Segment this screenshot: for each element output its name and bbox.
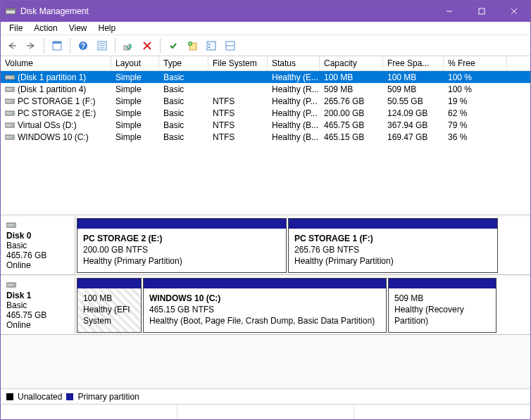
volume-free: 124.09 GB bbox=[383, 108, 444, 118]
volume-pct: 36 % bbox=[444, 132, 507, 142]
volume-type: Basic bbox=[159, 132, 208, 142]
minimize-button[interactable] bbox=[433, 1, 466, 22]
volume-pct: 79 % bbox=[444, 120, 507, 130]
disk-partitions: PC STORAGE 2 (E:)200.00 GB NTFSHealthy (… bbox=[75, 217, 530, 274]
col-pctfree[interactable]: % Free bbox=[444, 56, 507, 70]
volume-row[interactable]: (Disk 1 partition 1)SimpleBasicHealthy (… bbox=[1, 71, 530, 83]
disk-label[interactable]: Disk 0Basic465.76 GBOnline bbox=[1, 217, 75, 274]
forward-button[interactable] bbox=[23, 37, 39, 54]
disk-label[interactable]: Disk 1Basic465.75 GBOnline bbox=[1, 276, 75, 334]
partition-colorbar bbox=[289, 219, 497, 229]
volume-pct: 62 % bbox=[444, 108, 507, 118]
volume-capacity: 265.76 GB bbox=[320, 96, 383, 106]
partition-size: 265.76 GB NTFS bbox=[294, 245, 359, 255]
svg-point-37 bbox=[12, 125, 13, 126]
delete-button[interactable] bbox=[139, 37, 156, 54]
partition[interactable]: 100 MBHealthy (EFI System bbox=[77, 278, 142, 333]
graphical-view[interactable]: Disk 0Basic465.76 GBOnlinePC STORAGE 2 (… bbox=[1, 215, 530, 388]
statusbar bbox=[1, 404, 530, 419]
volume-type: Basic bbox=[159, 96, 208, 106]
partition-title: WINDOWS 10 (C:) bbox=[149, 293, 220, 303]
partition[interactable]: PC STORAGE 1 (F:)265.76 GB NTFSHealthy (… bbox=[288, 218, 498, 273]
help-button[interactable]: ? bbox=[75, 37, 92, 54]
svg-rect-25 bbox=[208, 46, 210, 48]
svg-point-39 bbox=[12, 136, 13, 138]
partition-colorbar bbox=[144, 279, 386, 288]
volume-row[interactable]: PC STORAGE 1 (F:)SimpleBasicNTFSHealthy … bbox=[1, 95, 530, 107]
volume-row[interactable]: Virtual OSs (D:)SimpleBasicNTFSHealthy (… bbox=[1, 119, 530, 131]
volume-capacity: 200.00 GB bbox=[320, 108, 383, 118]
menu-file[interactable]: File bbox=[4, 23, 28, 34]
legend-swatch-primary bbox=[66, 393, 73, 400]
volume-free: 50.55 GB bbox=[383, 96, 444, 106]
volume-row[interactable]: PC STORAGE 2 (E:)SimpleBasicNTFSHealthy … bbox=[1, 107, 530, 119]
volume-fs: NTFS bbox=[208, 120, 268, 130]
svg-point-43 bbox=[13, 284, 15, 286]
col-status[interactable]: Status bbox=[268, 56, 320, 70]
titlebar[interactable]: Disk Management bbox=[1, 1, 530, 22]
partition-title: PC STORAGE 2 (E:) bbox=[83, 234, 162, 243]
volume-pct: 19 % bbox=[444, 96, 507, 106]
volume-free: 367.94 GB bbox=[383, 120, 444, 130]
svg-point-41 bbox=[13, 224, 15, 226]
disk-size: 465.76 GB bbox=[6, 250, 46, 260]
menu-view[interactable]: View bbox=[63, 23, 93, 34]
col-filesystem[interactable]: File System bbox=[208, 56, 268, 70]
partition-colorbar bbox=[77, 279, 141, 288]
svg-point-35 bbox=[12, 113, 13, 114]
disk-row: Disk 0Basic465.76 GBOnlinePC STORAGE 2 (… bbox=[1, 217, 530, 275]
col-layout[interactable]: Layout bbox=[111, 56, 159, 70]
svg-point-33 bbox=[12, 101, 13, 102]
separator bbox=[160, 38, 161, 53]
volume-capacity: 509 MB bbox=[320, 84, 383, 94]
volume-pct: 100 % bbox=[444, 72, 507, 82]
volume-free: 509 MB bbox=[383, 84, 444, 94]
maximize-button[interactable] bbox=[466, 1, 498, 22]
partition-size: 509 MB bbox=[394, 293, 423, 303]
disk-management-window: Disk Management File Action View Help ? bbox=[0, 0, 531, 420]
disk-type: Basic bbox=[6, 241, 27, 250]
close-button[interactable] bbox=[498, 1, 530, 22]
menu-action[interactable]: Action bbox=[28, 23, 63, 34]
volume-free: 169.47 GB bbox=[383, 132, 444, 142]
partition[interactable]: PC STORAGE 2 (E:)200.00 GB NTFSHealthy (… bbox=[77, 218, 287, 273]
col-capacity[interactable]: Capacity bbox=[320, 56, 383, 70]
disk-row: Disk 1Basic465.75 GBOnline100 MBHealthy … bbox=[1, 276, 530, 335]
volume-type: Basic bbox=[159, 108, 208, 118]
disk-state: Online bbox=[6, 260, 31, 270]
partition-status: Healthy (EFI System bbox=[83, 305, 130, 326]
volume-status: Healthy (E... bbox=[268, 72, 320, 82]
volume-row[interactable]: WINDOWS 10 (C:)SimpleBasicNTFSHealthy (B… bbox=[1, 131, 530, 143]
volume-name: (Disk 1 partition 1) bbox=[18, 72, 86, 82]
col-type[interactable]: Type bbox=[159, 56, 208, 70]
volume-capacity: 465.15 GB bbox=[320, 132, 383, 142]
volume-free: 100 MB bbox=[383, 72, 444, 82]
volume-row[interactable]: (Disk 1 partition 4)SimpleBasicHealthy (… bbox=[1, 83, 530, 95]
partition-size: 465.15 GB NTFS bbox=[149, 305, 214, 314]
properties-button[interactable] bbox=[94, 37, 111, 54]
partition[interactable]: WINDOWS 10 (C:)465.15 GB NTFSHealthy (Bo… bbox=[143, 278, 387, 333]
refresh-button[interactable] bbox=[120, 37, 137, 54]
partition-title: PC STORAGE 1 (F:) bbox=[294, 234, 373, 243]
volume-status: Healthy (P... bbox=[268, 108, 320, 118]
col-freespace[interactable]: Free Spa... bbox=[383, 56, 444, 70]
check-button[interactable] bbox=[165, 37, 182, 54]
volume-type: Basic bbox=[159, 120, 208, 130]
partition[interactable]: 509 MBHealthy (Recovery Partition) bbox=[388, 278, 496, 333]
menu-help[interactable]: Help bbox=[93, 23, 122, 34]
partition-size: 200.00 GB NTFS bbox=[83, 245, 148, 255]
volume-list[interactable]: Volume Layout Type File System Status Ca… bbox=[1, 56, 530, 215]
disk-type: Basic bbox=[6, 300, 27, 310]
svg-rect-1 bbox=[6, 8, 15, 11]
window-title: Disk Management bbox=[20, 6, 433, 16]
col-volume[interactable]: Volume bbox=[1, 56, 111, 70]
separator bbox=[44, 38, 44, 53]
legend-unallocated: Unallocated bbox=[18, 392, 62, 402]
layout-button[interactable] bbox=[222, 37, 239, 54]
disk-state: Online bbox=[6, 320, 31, 330]
new-volume-button[interactable] bbox=[184, 37, 201, 54]
volume-name: PC STORAGE 2 (E:) bbox=[18, 108, 96, 118]
show-console-tree-button[interactable] bbox=[49, 37, 65, 54]
back-button[interactable] bbox=[4, 37, 20, 54]
options-button[interactable] bbox=[203, 37, 220, 54]
